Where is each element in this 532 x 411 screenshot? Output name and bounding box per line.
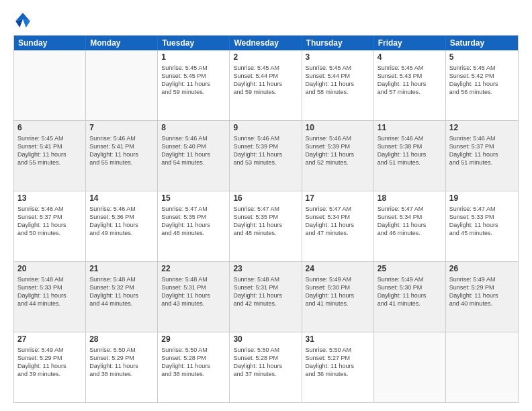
day-number: 27 [17,334,82,345]
calendar-cell: 4Sunrise: 5:45 AM Sunset: 5:43 PM Daylig… [374,50,446,120]
calendar-row-0: 1Sunrise: 5:45 AM Sunset: 5:45 PM Daylig… [14,50,518,120]
calendar-cell: 8Sunrise: 5:46 AM Sunset: 5:40 PM Daylig… [158,121,230,191]
day-number: 8 [161,123,226,134]
cell-info: Sunrise: 5:45 AM Sunset: 5:43 PM Dayligh… [378,64,442,97]
calendar-cell: 18Sunrise: 5:47 AM Sunset: 5:34 PM Dayli… [374,191,446,261]
day-header-wednesday: Wednesday [230,36,302,50]
day-number: 28 [89,334,154,345]
day-number: 17 [306,193,370,204]
cell-info: Sunrise: 5:49 AM Sunset: 5:30 PM Dayligh… [306,275,370,308]
day-number: 1 [161,52,226,63]
cell-info: Sunrise: 5:47 AM Sunset: 5:35 PM Dayligh… [233,205,298,238]
day-number: 22 [161,264,226,275]
day-header-friday: Friday [374,36,446,50]
cell-info: Sunrise: 5:49 AM Sunset: 5:29 PM Dayligh… [449,275,515,308]
day-number: 26 [449,264,515,275]
day-number: 9 [233,123,298,134]
day-header-monday: Monday [86,36,158,50]
day-number: 25 [378,264,442,275]
day-number: 6 [17,123,82,134]
day-number: 21 [89,264,154,275]
day-number: 31 [306,334,370,345]
cell-info: Sunrise: 5:50 AM Sunset: 5:27 PM Dayligh… [306,346,370,379]
cell-info: Sunrise: 5:47 AM Sunset: 5:34 PM Dayligh… [306,205,370,238]
calendar-cell: 15Sunrise: 5:47 AM Sunset: 5:35 PM Dayli… [158,191,230,261]
calendar-cell [446,332,518,402]
cell-info: Sunrise: 5:45 AM Sunset: 5:44 PM Dayligh… [233,64,298,97]
calendar-cell: 13Sunrise: 5:46 AM Sunset: 5:37 PM Dayli… [14,191,86,261]
calendar-cell: 24Sunrise: 5:49 AM Sunset: 5:30 PM Dayli… [302,262,374,332]
calendar: SundayMondayTuesdayWednesdayThursdayFrid… [13,35,519,403]
day-number: 15 [161,193,226,204]
calendar-cell [14,50,86,120]
calendar-cell: 30Sunrise: 5:50 AM Sunset: 5:28 PM Dayli… [230,332,302,402]
calendar-cell: 19Sunrise: 5:47 AM Sunset: 5:33 PM Dayli… [446,191,518,261]
cell-info: Sunrise: 5:47 AM Sunset: 5:33 PM Dayligh… [449,205,515,238]
calendar-cell: 11Sunrise: 5:46 AM Sunset: 5:38 PM Dayli… [374,121,446,191]
day-number: 30 [233,334,298,345]
calendar-body: 1Sunrise: 5:45 AM Sunset: 5:45 PM Daylig… [14,50,518,402]
logo-icon [13,11,32,30]
cell-info: Sunrise: 5:45 AM Sunset: 5:41 PM Dayligh… [17,134,82,167]
cell-info: Sunrise: 5:50 AM Sunset: 5:28 PM Dayligh… [233,346,298,379]
cell-info: Sunrise: 5:48 AM Sunset: 5:33 PM Dayligh… [17,275,82,308]
day-number: 19 [449,193,515,204]
calendar-cell: 14Sunrise: 5:46 AM Sunset: 5:36 PM Dayli… [86,191,158,261]
calendar-cell: 1Sunrise: 5:45 AM Sunset: 5:45 PM Daylig… [158,50,230,120]
calendar-cell: 6Sunrise: 5:45 AM Sunset: 5:41 PM Daylig… [14,121,86,191]
day-header-tuesday: Tuesday [158,36,230,50]
calendar-cell: 20Sunrise: 5:48 AM Sunset: 5:33 PM Dayli… [14,262,86,332]
cell-info: Sunrise: 5:46 AM Sunset: 5:39 PM Dayligh… [306,134,370,167]
cell-info: Sunrise: 5:46 AM Sunset: 5:41 PM Dayligh… [89,134,154,167]
calendar-cell: 27Sunrise: 5:49 AM Sunset: 5:29 PM Dayli… [14,332,86,402]
cell-info: Sunrise: 5:49 AM Sunset: 5:30 PM Dayligh… [378,275,442,308]
calendar-cell: 22Sunrise: 5:48 AM Sunset: 5:31 PM Dayli… [158,262,230,332]
cell-info: Sunrise: 5:46 AM Sunset: 5:37 PM Dayligh… [17,205,82,238]
calendar-cell: 26Sunrise: 5:49 AM Sunset: 5:29 PM Dayli… [446,262,518,332]
cell-info: Sunrise: 5:48 AM Sunset: 5:31 PM Dayligh… [233,275,298,308]
cell-info: Sunrise: 5:45 AM Sunset: 5:45 PM Dayligh… [161,64,226,97]
day-number: 20 [17,264,82,275]
cell-info: Sunrise: 5:46 AM Sunset: 5:37 PM Dayligh… [449,134,515,167]
calendar-row-3: 20Sunrise: 5:48 AM Sunset: 5:33 PM Dayli… [14,261,518,332]
calendar-row-1: 6Sunrise: 5:45 AM Sunset: 5:41 PM Daylig… [14,120,518,191]
calendar-cell: 28Sunrise: 5:50 AM Sunset: 5:29 PM Dayli… [86,332,158,402]
day-number: 3 [306,52,370,63]
day-number: 13 [17,193,82,204]
logo [13,11,35,30]
header [13,11,519,30]
cell-info: Sunrise: 5:50 AM Sunset: 5:28 PM Dayligh… [161,346,226,379]
day-number: 29 [161,334,226,345]
day-header-thursday: Thursday [302,36,374,50]
calendar-cell: 5Sunrise: 5:45 AM Sunset: 5:42 PM Daylig… [446,50,518,120]
calendar-cell: 17Sunrise: 5:47 AM Sunset: 5:34 PM Dayli… [302,191,374,261]
cell-info: Sunrise: 5:47 AM Sunset: 5:34 PM Dayligh… [378,205,442,238]
calendar-row-4: 27Sunrise: 5:49 AM Sunset: 5:29 PM Dayli… [14,332,518,402]
calendar-cell: 16Sunrise: 5:47 AM Sunset: 5:35 PM Dayli… [230,191,302,261]
cell-info: Sunrise: 5:46 AM Sunset: 5:38 PM Dayligh… [378,134,442,167]
day-number: 16 [233,193,298,204]
day-number: 11 [378,123,442,134]
cell-info: Sunrise: 5:45 AM Sunset: 5:42 PM Dayligh… [449,64,515,97]
calendar-cell: 21Sunrise: 5:48 AM Sunset: 5:32 PM Dayli… [86,262,158,332]
calendar-cell: 25Sunrise: 5:49 AM Sunset: 5:30 PM Dayli… [374,262,446,332]
calendar-cell: 2Sunrise: 5:45 AM Sunset: 5:44 PM Daylig… [230,50,302,120]
calendar-header: SundayMondayTuesdayWednesdayThursdayFrid… [14,36,518,50]
day-number: 18 [378,193,442,204]
calendar-cell: 12Sunrise: 5:46 AM Sunset: 5:37 PM Dayli… [446,121,518,191]
cell-info: Sunrise: 5:46 AM Sunset: 5:36 PM Dayligh… [89,205,154,238]
calendar-cell: 29Sunrise: 5:50 AM Sunset: 5:28 PM Dayli… [158,332,230,402]
day-number: 7 [89,123,154,134]
day-number: 10 [306,123,370,134]
day-header-saturday: Saturday [446,36,518,50]
cell-info: Sunrise: 5:48 AM Sunset: 5:31 PM Dayligh… [161,275,226,308]
cell-info: Sunrise: 5:49 AM Sunset: 5:29 PM Dayligh… [17,346,82,379]
day-number: 14 [89,193,154,204]
calendar-cell: 7Sunrise: 5:46 AM Sunset: 5:41 PM Daylig… [86,121,158,191]
day-number: 12 [449,123,515,134]
day-number: 23 [233,264,298,275]
page: SundayMondayTuesdayWednesdayThursdayFrid… [0,0,532,411]
cell-info: Sunrise: 5:47 AM Sunset: 5:35 PM Dayligh… [161,205,226,238]
day-number: 24 [306,264,370,275]
svg-marker-0 [15,13,30,21]
